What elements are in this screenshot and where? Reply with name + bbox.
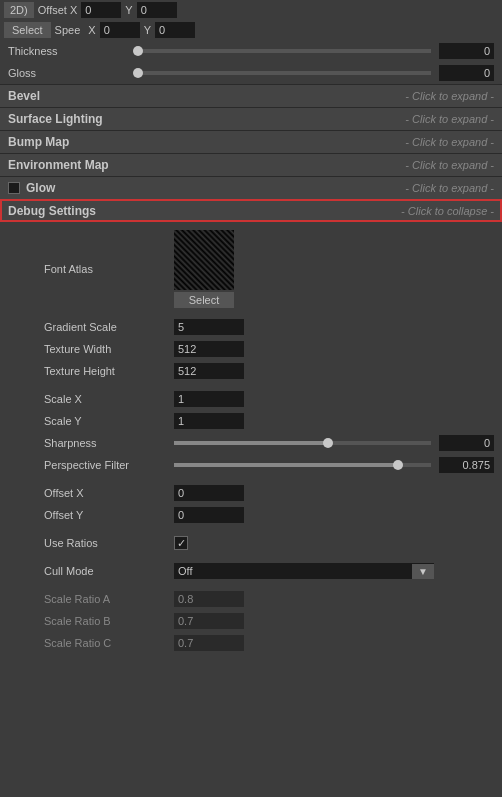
y-label: Y [125, 4, 132, 16]
thickness-value[interactable] [439, 43, 494, 59]
scale-ratio-c-label: Scale Ratio C [44, 637, 174, 649]
y2-label: Y [144, 24, 151, 36]
sharpness-row: Sharpness [0, 432, 502, 454]
section-glow[interactable]: Glow - Click to expand - [0, 176, 502, 199]
scale-ratio-a-row: Scale Ratio A [0, 588, 502, 610]
section-debug-settings[interactable]: Debug Settings - Click to collapse - [0, 199, 502, 222]
y2-input[interactable] [155, 22, 195, 38]
use-ratios-row: Use Ratios ✓ [0, 532, 502, 554]
section-bevel-action: - Click to expand - [405, 90, 494, 102]
section-bevel[interactable]: Bevel - Click to expand - [0, 84, 502, 107]
gloss-slider-thumb[interactable] [133, 68, 143, 78]
font-atlas-image [174, 230, 234, 290]
offset-x-row: Offset X [0, 482, 502, 504]
scale-y-input[interactable] [174, 413, 244, 429]
glow-checkbox[interactable] [8, 182, 20, 194]
gloss-value[interactable] [439, 65, 494, 81]
scale-y-row: Scale Y [0, 410, 502, 432]
section-environment-map[interactable]: Environment Map - Click to expand - [0, 153, 502, 176]
gradient-scale-input[interactable] [174, 319, 244, 335]
offset-x-label: Offset X [38, 4, 78, 16]
cull-mode-arrow-icon[interactable]: ▼ [412, 564, 434, 579]
section-environment-map-action: - Click to expand - [405, 159, 494, 171]
texture-height-label: Texture Height [44, 365, 174, 377]
thickness-slider-thumb[interactable] [133, 46, 143, 56]
font-atlas-select-button[interactable]: Select [174, 292, 234, 308]
perspective-slider-fill [174, 463, 398, 467]
sharpness-slider-fill [174, 441, 328, 445]
x-input[interactable] [100, 22, 140, 38]
scale-ratio-c-input[interactable] [174, 635, 244, 651]
section-debug-settings-label: Debug Settings [8, 204, 401, 218]
perspective-value[interactable] [439, 457, 494, 473]
section-bump-map-label: Bump Map [8, 135, 405, 149]
debug-offset-y-label: Offset Y [44, 509, 174, 521]
gloss-label: Gloss [8, 67, 138, 79]
font-atlas-row: Font Atlas Select [0, 226, 502, 310]
cull-mode-label: Cull Mode [44, 565, 174, 577]
top-strip: 2D) Offset X Y [0, 0, 502, 20]
gradient-scale-row: Gradient Scale [0, 316, 502, 338]
perspective-slider-thumb[interactable] [393, 460, 403, 470]
texture-width-row: Texture Width [0, 338, 502, 360]
scale-x-row: Scale X [0, 388, 502, 410]
thickness-row: Thickness [0, 40, 502, 62]
debug-offset-x-input[interactable] [174, 485, 244, 501]
thickness-label: Thickness [8, 45, 138, 57]
thickness-slider-track[interactable] [138, 49, 431, 53]
font-atlas-label: Font Atlas [44, 263, 174, 275]
perspective-slider-track[interactable] [174, 463, 431, 467]
2d-label: 2D) [4, 2, 34, 18]
speed-label: Spee [55, 24, 81, 36]
use-ratios-label: Use Ratios [44, 537, 174, 549]
debug-offset-x-label: Offset X [44, 487, 174, 499]
gloss-row: Gloss [0, 62, 502, 84]
scale-y-label: Scale Y [44, 415, 174, 427]
sharpness-value[interactable] [439, 435, 494, 451]
select-button[interactable]: Select [4, 22, 51, 38]
scale-ratio-b-input[interactable] [174, 613, 244, 629]
section-surface-lighting-action: - Click to expand - [405, 113, 494, 125]
texture-width-label: Texture Width [44, 343, 174, 355]
sharpness-slider-track[interactable] [174, 441, 431, 445]
scale-x-input[interactable] [174, 391, 244, 407]
section-bevel-label: Bevel [8, 89, 405, 103]
section-glow-action: - Click to expand - [405, 182, 494, 194]
debug-section-content: Font Atlas Select Gradient Scale Texture… [0, 222, 502, 658]
offset-y-row: Offset Y [0, 504, 502, 526]
texture-height-row: Texture Height [0, 360, 502, 382]
section-surface-lighting[interactable]: Surface Lighting - Click to expand - [0, 107, 502, 130]
section-debug-settings-action: - Click to collapse - [401, 205, 494, 217]
second-row: Select Spee X Y [0, 20, 502, 40]
scale-ratio-b-row: Scale Ratio B [0, 610, 502, 632]
use-ratios-checkmark: ✓ [177, 537, 186, 550]
section-environment-map-label: Environment Map [8, 158, 405, 172]
sharpness-slider-thumb[interactable] [323, 438, 333, 448]
scale-ratio-a-label: Scale Ratio A [44, 593, 174, 605]
y-input[interactable] [137, 2, 177, 18]
sharpness-label: Sharpness [44, 437, 174, 449]
texture-width-input[interactable] [174, 341, 244, 357]
cull-mode-value: Off [174, 563, 412, 579]
scale-ratio-c-row: Scale Ratio C [0, 632, 502, 654]
scale-ratio-b-label: Scale Ratio B [44, 615, 174, 627]
cull-mode-dropdown[interactable]: Off ▼ [174, 563, 434, 579]
section-surface-lighting-label: Surface Lighting [8, 112, 405, 126]
section-bump-map-action: - Click to expand - [405, 136, 494, 148]
perspective-filter-label: Perspective Filter [44, 459, 174, 471]
section-glow-label: Glow [26, 181, 405, 195]
gloss-slider-track[interactable] [138, 71, 431, 75]
scale-x-label: Scale X [44, 393, 174, 405]
cull-mode-row: Cull Mode Off ▼ [0, 560, 502, 582]
use-ratios-checkbox[interactable]: ✓ [174, 536, 188, 550]
gradient-scale-label: Gradient Scale [44, 321, 174, 333]
section-bump-map[interactable]: Bump Map - Click to expand - [0, 130, 502, 153]
perspective-filter-row: Perspective Filter [0, 454, 502, 476]
scale-ratio-a-input[interactable] [174, 591, 244, 607]
texture-height-input[interactable] [174, 363, 244, 379]
debug-offset-y-input[interactable] [174, 507, 244, 523]
x-label: X [88, 24, 95, 36]
panel: 2D) Offset X Y Select Spee X Y Thickness… [0, 0, 502, 658]
offset-x-input[interactable] [81, 2, 121, 18]
